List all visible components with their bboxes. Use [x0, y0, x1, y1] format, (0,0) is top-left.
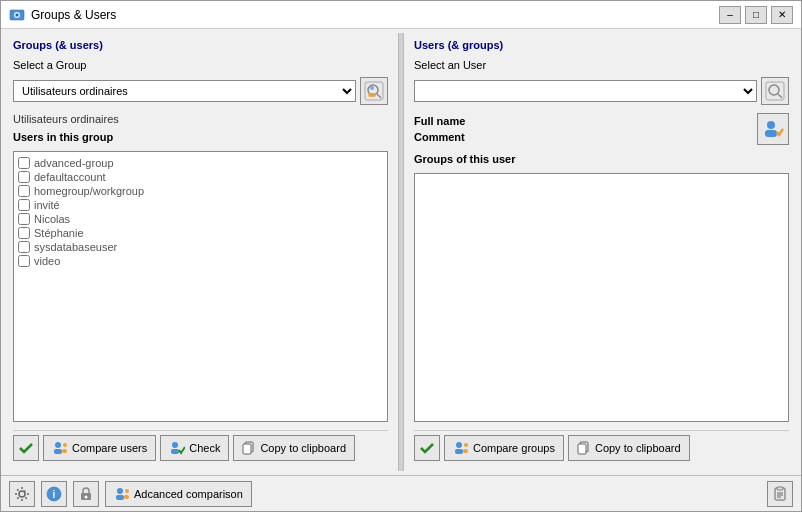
user-search-button[interactable]	[761, 77, 789, 105]
window-title: Groups & Users	[31, 8, 713, 22]
compare-users-label: Compare users	[72, 442, 147, 454]
user-name-4: Nicolas	[34, 213, 70, 225]
left-check-button[interactable]	[13, 435, 39, 461]
users-in-group-label: Users in this group	[13, 131, 388, 143]
svg-rect-24	[463, 449, 468, 453]
list-item: homegroup/workgroup	[18, 184, 383, 198]
user-checkbox-5[interactable]	[18, 227, 30, 239]
settings-button[interactable]	[9, 481, 35, 507]
svg-point-6	[370, 86, 374, 90]
right-panel-actions: Compare groups Copy to clipboard	[414, 430, 789, 465]
user-detail-button[interactable]	[757, 113, 789, 145]
list-item: invité	[18, 198, 383, 212]
user-info-area: Full name Comment	[414, 113, 789, 145]
select-user-row	[414, 77, 789, 105]
group-search-button[interactable]	[360, 77, 388, 105]
svg-rect-13	[171, 449, 179, 454]
user-checkbox-3[interactable]	[18, 199, 30, 211]
list-item: video	[18, 254, 383, 268]
right-check-button[interactable]	[414, 435, 440, 461]
minimize-button[interactable]: –	[719, 6, 741, 24]
user-name-6: sysdatabaseuser	[34, 241, 117, 253]
panel-divider	[398, 33, 404, 471]
user-checkbox-7[interactable]	[18, 255, 30, 267]
window-controls: – □ ✕	[719, 6, 793, 24]
full-name-label: Full name	[414, 115, 465, 127]
user-checkbox-2[interactable]	[18, 185, 30, 197]
list-item: Nicolas	[18, 212, 383, 226]
select-group-row: Utilisateurs ordinaires	[13, 77, 388, 105]
svg-point-2	[16, 13, 19, 16]
security-button[interactable]	[73, 481, 99, 507]
main-window: Groups & Users – □ ✕ Groups (& users) Se…	[0, 0, 802, 512]
svg-point-19	[767, 121, 775, 129]
user-select[interactable]	[414, 80, 757, 102]
left-panel-header: Groups (& users)	[13, 39, 388, 51]
close-button[interactable]: ✕	[771, 6, 793, 24]
list-item: defaultaccount	[18, 170, 383, 184]
user-name-7: video	[34, 255, 60, 267]
svg-point-23	[464, 443, 468, 447]
title-bar: Groups & Users – □ ✕	[1, 1, 801, 29]
user-checkbox-6[interactable]	[18, 241, 30, 253]
users-list[interactable]: advanced-group defaultaccount homegroup/…	[13, 151, 388, 422]
copy-to-clipboard-button[interactable]: Copy to clipboard	[233, 435, 355, 461]
content-area: Groups (& users) Select a Group Utilisat…	[1, 29, 801, 475]
compare-groups-button[interactable]: Compare groups	[444, 435, 564, 461]
svg-point-31	[85, 495, 88, 498]
check-label: Check	[189, 442, 220, 454]
list-item: advanced-group	[18, 156, 383, 170]
user-checkbox-0[interactable]	[18, 157, 30, 169]
list-item: sysdatabaseuser	[18, 240, 383, 254]
user-name-2: homegroup/workgroup	[34, 185, 144, 197]
groups-of-user-label: Groups of this user	[414, 153, 789, 165]
svg-point-34	[125, 489, 129, 493]
user-name-1: defaultaccount	[34, 171, 106, 183]
window-icon	[9, 7, 25, 23]
svg-rect-9	[54, 449, 62, 454]
compare-users-button[interactable]: Compare users	[43, 435, 156, 461]
svg-point-8	[55, 442, 61, 448]
advanced-comparison-label: Adcanced comparison	[134, 488, 243, 500]
comment-row: Comment	[414, 129, 751, 145]
user-checkbox-4[interactable]	[18, 213, 30, 225]
groups-list[interactable]	[414, 173, 789, 422]
svg-point-12	[172, 442, 178, 448]
right-panel: Users (& groups) Select an User	[406, 33, 797, 471]
maximize-button[interactable]: □	[745, 6, 767, 24]
svg-rect-20	[765, 130, 777, 137]
svg-rect-7	[368, 93, 376, 97]
user-checkbox-1[interactable]	[18, 171, 30, 183]
right-copy-clipboard-label: Copy to clipboard	[595, 442, 681, 454]
group-select[interactable]: Utilisateurs ordinaires	[13, 80, 356, 102]
user-info-fields: Full name Comment	[414, 113, 751, 145]
compare-groups-label: Compare groups	[473, 442, 555, 454]
copy-clipboard-label: Copy to clipboard	[260, 442, 346, 454]
right-panel-header: Users (& groups)	[414, 39, 789, 51]
svg-point-10	[63, 443, 67, 447]
select-user-label: Select an User	[414, 59, 789, 71]
select-group-label: Select a Group	[13, 59, 388, 71]
full-name-row: Full name	[414, 113, 751, 129]
user-name-3: invité	[34, 199, 60, 211]
check-button[interactable]: Check	[160, 435, 229, 461]
clipboard-icon-button[interactable]	[767, 481, 793, 507]
bottom-toolbar: i Adcanced comparison	[1, 475, 801, 511]
svg-rect-26	[578, 444, 586, 454]
group-name-label: Utilisateurs ordinaires	[13, 113, 388, 125]
user-name-0: advanced-group	[34, 157, 114, 169]
left-panel-actions: Compare users Check Copy to clipboa	[13, 430, 388, 465]
list-item: Stéphanie	[18, 226, 383, 240]
advanced-comparison-button[interactable]: Adcanced comparison	[105, 481, 252, 507]
svg-rect-37	[777, 487, 783, 490]
svg-point-21	[456, 442, 462, 448]
svg-rect-15	[243, 444, 251, 454]
comment-label: Comment	[414, 131, 465, 143]
svg-rect-35	[124, 495, 129, 499]
svg-text:i: i	[53, 489, 56, 500]
svg-point-32	[117, 488, 123, 494]
right-copy-to-clipboard-button[interactable]: Copy to clipboard	[568, 435, 690, 461]
user-name-5: Stéphanie	[34, 227, 84, 239]
svg-rect-22	[455, 449, 463, 454]
info-button[interactable]: i	[41, 481, 67, 507]
